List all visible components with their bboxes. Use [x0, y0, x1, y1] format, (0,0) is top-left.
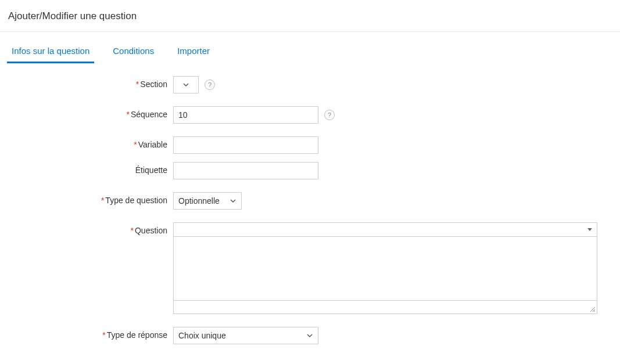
label-type-question: *Type de question — [0, 192, 173, 205]
caret-down-icon — [587, 228, 592, 231]
label-question: *Question — [0, 222, 173, 235]
chevron-down-icon — [306, 332, 313, 339]
type-question-value: Optionnelle — [178, 196, 220, 206]
svg-line-2 — [594, 311, 595, 312]
required-marker: * — [131, 226, 134, 235]
row-etiquette: Étiquette — [0, 162, 620, 179]
label-type-reponse: *Type de réponse — [0, 327, 173, 340]
etiquette-input[interactable] — [173, 162, 318, 179]
question-editor-footer — [174, 301, 597, 313]
required-marker: * — [136, 80, 139, 89]
chevron-down-icon — [230, 197, 236, 204]
row-section: *Section ? — [0, 76, 620, 93]
tab-conditions[interactable]: Conditions — [108, 42, 159, 63]
type-reponse-select[interactable]: Choix unique — [173, 327, 318, 344]
required-marker: * — [101, 196, 104, 205]
required-marker: * — [134, 140, 137, 149]
row-type-reponse: *Type de réponse Choix unique — [0, 327, 620, 344]
resize-handle-icon[interactable] — [589, 305, 596, 312]
row-type-question: *Type de question Optionnelle — [0, 192, 620, 210]
label-variable: *Variable — [0, 136, 173, 149]
row-sequence: *Séquence ? — [0, 106, 620, 124]
page-title: Ajouter/Modifier une question — [0, 0, 620, 31]
tab-bar: Infos sur la question Conditions Importe… — [0, 32, 620, 63]
help-icon[interactable]: ? — [205, 80, 215, 90]
question-editor[interactable] — [173, 222, 597, 314]
help-icon[interactable]: ? — [324, 110, 335, 120]
row-question: *Question — [0, 222, 620, 314]
type-question-select[interactable]: Optionnelle — [173, 192, 242, 210]
label-etiquette: Étiquette — [0, 162, 173, 175]
form: *Section ? *Séquence ? *Vari — [0, 63, 620, 344]
required-marker: * — [126, 110, 129, 119]
section-select[interactable] — [173, 76, 199, 93]
label-sequence: *Séquence — [0, 106, 173, 119]
label-section: *Section — [0, 76, 173, 89]
tab-import[interactable]: Importer — [173, 42, 214, 63]
row-variable: *Variable — [0, 136, 620, 154]
required-marker: * — [102, 330, 105, 340]
chevron-down-icon — [182, 81, 189, 88]
question-editor-toolbar[interactable] — [174, 223, 597, 237]
tab-info[interactable]: Infos sur la question — [7, 42, 94, 63]
variable-input[interactable] — [173, 136, 318, 154]
svg-line-0 — [590, 307, 595, 312]
sequence-input[interactable] — [173, 106, 318, 124]
question-editor-body[interactable] — [174, 237, 597, 301]
type-reponse-value: Choix unique — [178, 331, 226, 340]
